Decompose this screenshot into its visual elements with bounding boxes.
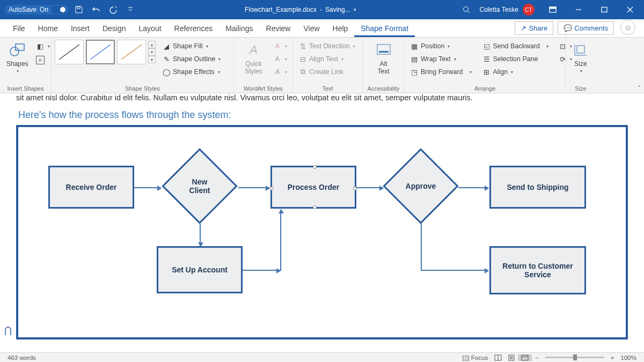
flow-approve[interactable]: Approve <box>394 159 448 213</box>
send-backward-button[interactable]: ◱Send Backward▾ <box>480 40 551 53</box>
feedback-icon[interactable]: ☺ <box>620 20 635 35</box>
document-area[interactable]: sit amet nisl dolor. Curabitur id elit f… <box>0 93 644 352</box>
avatar: CT <box>523 4 535 16</box>
tab-insert[interactable]: Insert <box>64 21 96 37</box>
tab-shape-format[interactable]: Shape Format <box>354 21 415 37</box>
tab-references[interactable]: References <box>168 21 219 37</box>
tab-file[interactable]: File <box>6 21 32 37</box>
arrow[interactable] <box>458 187 488 188</box>
arrow[interactable] <box>238 187 269 188</box>
close-icon[interactable] <box>618 0 642 19</box>
group-size: Size▾ Size <box>566 38 596 93</box>
arrow-elbow[interactable] <box>280 210 281 271</box>
selection-pane-icon: ☰ <box>482 55 491 63</box>
flow-receive-order[interactable]: Receive Order <box>48 166 134 209</box>
flow-process-order[interactable]: Process Order <box>270 166 356 209</box>
arrow[interactable] <box>134 187 161 188</box>
group-insert-shapes: Shapes ▾ ◧▾ A Insert Shapes <box>0 38 52 93</box>
qat-customize-icon[interactable] <box>123 3 137 17</box>
position-button[interactable]: ▦Position▾ <box>408 40 474 53</box>
arrow[interactable] <box>200 224 201 246</box>
redo-icon[interactable] <box>106 3 120 17</box>
search-icon[interactable] <box>459 3 473 17</box>
group-wordart-styles: A Quick Styles A▾ A▾ A▾ WordArt Styles <box>234 38 293 93</box>
bring-forward-button[interactable]: ◳Bring Forward▾ <box>408 65 474 78</box>
arrow-elbow[interactable] <box>421 224 422 270</box>
alt-text-button[interactable]: Alt Text <box>373 40 394 76</box>
undo-icon[interactable] <box>89 3 103 17</box>
align-button[interactable]: ⊞Align▾ <box>480 65 551 78</box>
group-shape-styles: ▴ ▾ ▾ ◢Shape Fill▾ ✎Shape Outline▾ ◯Shap… <box>52 38 234 93</box>
svg-rect-15 <box>522 355 528 360</box>
shape-effects-button[interactable]: ◯Shape Effects▾ <box>160 65 223 78</box>
zoom-level[interactable]: 100% <box>618 354 640 361</box>
flow-send-shipping[interactable]: Send to Shipping <box>489 166 586 209</box>
tab-home[interactable]: Home <box>32 21 64 37</box>
comments-button[interactable]: 💬 Comments <box>558 21 614 35</box>
zoom-slider[interactable] <box>545 357 604 358</box>
zoom-in-button[interactable]: + <box>608 354 618 361</box>
group-label: Text <box>296 84 359 92</box>
svg-rect-10 <box>377 45 390 54</box>
arrow[interactable] <box>356 187 383 188</box>
title-dropdown-icon[interactable]: ▾ <box>354 7 356 12</box>
flow-new-client[interactable]: New Client <box>173 159 226 213</box>
wrap-text-button[interactable]: ▤Wrap Text▾ <box>408 53 474 65</box>
print-layout-icon[interactable] <box>505 354 518 361</box>
svg-rect-11 <box>379 51 389 53</box>
text-direction-icon: ⇅ <box>298 42 307 50</box>
edit-shape-button[interactable]: ◧▾ <box>34 40 52 53</box>
style-swatch[interactable] <box>117 40 146 64</box>
zoom-out-button[interactable]: − <box>532 354 542 361</box>
group-label: Insert Shapes <box>3 84 48 92</box>
group-label: Accessibility <box>366 84 401 92</box>
minimize-icon[interactable] <box>567 0 590 19</box>
text-outline-button: A▾ <box>271 53 289 65</box>
group-label: WordArt Styles <box>237 84 289 92</box>
collapse-ribbon-icon[interactable]: ˄ <box>638 85 641 92</box>
shape-effects-icon: ◯ <box>162 68 171 76</box>
flow-set-up-account[interactable]: Set Up Account <box>157 246 243 293</box>
shape-fill-icon: ◢ <box>162 42 171 50</box>
arrow-elbow[interactable] <box>421 270 488 271</box>
size-icon <box>574 41 588 59</box>
ribbon-display-icon[interactable] <box>541 0 565 19</box>
autosave-toggle[interactable]: AutoSave On <box>4 5 69 14</box>
web-layout-icon[interactable] <box>518 354 532 361</box>
tab-mailings[interactable]: Mailings <box>219 21 259 37</box>
gallery-down-icon[interactable]: ▾ <box>148 48 156 56</box>
tab-help[interactable]: Help <box>326 21 355 37</box>
share-button[interactable]: ↗ Share <box>515 21 553 35</box>
size-button[interactable]: Size▾ <box>570 40 591 75</box>
gallery-more-icon[interactable]: ▾ <box>148 56 156 63</box>
shape-style-gallery[interactable]: ▴ ▾ ▾ <box>55 40 156 64</box>
title-separator: - <box>320 6 322 13</box>
gallery-up-icon[interactable]: ▴ <box>148 41 156 48</box>
user-account[interactable]: Coletta Teske CT <box>475 4 539 16</box>
shapes-gallery-button[interactable]: Shapes ▾ <box>3 40 32 75</box>
tab-view[interactable]: View <box>297 21 326 37</box>
body-text: sit amet nisl dolor. Curabitur id elit f… <box>16 93 628 102</box>
selection-pane-button[interactable]: ☰Selection Pane <box>480 53 551 65</box>
layout-options-icon[interactable] <box>4 327 13 338</box>
autosave-state: On <box>40 6 48 13</box>
shape-outline-button[interactable]: ✎Shape Outline▾ <box>160 53 223 65</box>
maximize-icon[interactable] <box>592 0 616 19</box>
text-box-button[interactable]: A <box>34 54 52 67</box>
svg-rect-0 <box>77 6 80 9</box>
read-mode-icon[interactable] <box>491 354 505 361</box>
style-swatch-selected[interactable] <box>86 40 115 64</box>
focus-mode-button[interactable]: [▯]Focus <box>459 354 491 361</box>
drawing-canvas[interactable]: Receive Order New Client Process Order A… <box>16 125 628 339</box>
svg-rect-3 <box>550 7 556 9</box>
style-swatch[interactable] <box>55 40 84 64</box>
shape-fill-button[interactable]: ◢Shape Fill▾ <box>160 40 223 53</box>
tab-review[interactable]: Review <box>260 21 297 37</box>
flow-return-cs[interactable]: Return to Customer Service <box>489 246 586 294</box>
tab-design[interactable]: Design <box>96 21 133 37</box>
tab-layout[interactable]: Layout <box>133 21 168 37</box>
word-count[interactable]: 463 words <box>4 354 39 361</box>
group-arrange: ▦Position▾ ▤Wrap Text▾ ◳Bring Forward▾ ◱… <box>405 38 566 93</box>
autosave-switch[interactable] <box>52 6 67 13</box>
save-icon[interactable] <box>72 3 86 17</box>
